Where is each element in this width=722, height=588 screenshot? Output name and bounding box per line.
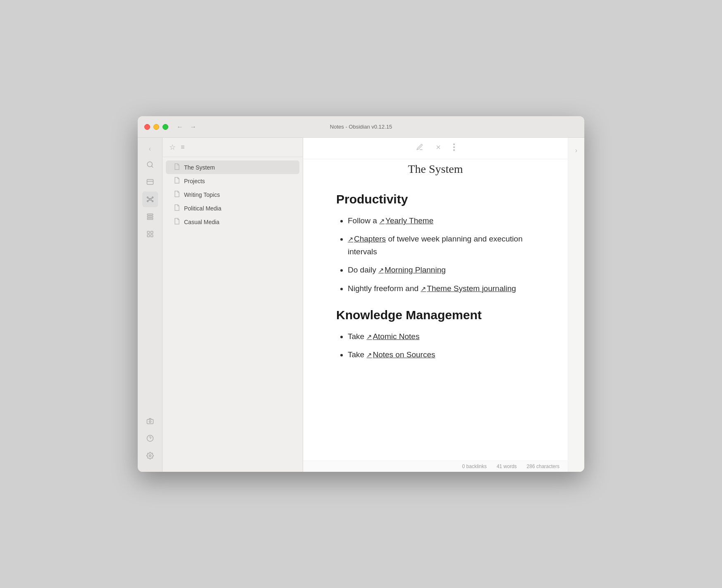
item-prefix: Nightly freeform and bbox=[348, 284, 421, 293]
editor-area: The System Productivity Follow a Yearly … bbox=[303, 138, 568, 472]
file-icon bbox=[174, 163, 180, 171]
svg-line-10 bbox=[151, 198, 152, 199]
file-name-the-system: The System bbox=[184, 164, 215, 171]
svg-point-21 bbox=[149, 421, 151, 423]
file-icon bbox=[174, 191, 180, 198]
file-icon bbox=[174, 218, 180, 226]
atomic-notes-link[interactable]: Atomic Notes bbox=[366, 332, 419, 341]
file-name-writing-topics: Writing Topics bbox=[184, 191, 220, 198]
sidebar-icon-graph[interactable] bbox=[142, 191, 158, 207]
svg-rect-14 bbox=[147, 216, 153, 218]
nav-buttons: ← → bbox=[175, 122, 198, 131]
list-item: Chapters of twelve week planning and exe… bbox=[348, 233, 535, 258]
notes-on-sources-link[interactable]: Notes on Sources bbox=[366, 350, 435, 359]
svg-point-24 bbox=[149, 455, 151, 457]
editor-toolbar bbox=[303, 138, 568, 159]
word-count: 41 words bbox=[497, 464, 517, 469]
maximize-button[interactable] bbox=[163, 124, 168, 130]
file-panel: ☆ ≡ The System bbox=[163, 138, 303, 472]
svg-line-9 bbox=[148, 198, 149, 199]
svg-rect-13 bbox=[147, 214, 153, 215]
svg-point-28 bbox=[453, 146, 455, 148]
yearly-theme-link[interactable]: Yearly Theme bbox=[379, 216, 433, 225]
file-item-writing-topics[interactable]: Writing Topics bbox=[166, 188, 299, 201]
svg-rect-17 bbox=[151, 231, 153, 233]
sidebar-icon-camera[interactable] bbox=[142, 413, 158, 429]
svg-rect-18 bbox=[147, 235, 149, 237]
svg-line-1 bbox=[151, 166, 153, 167]
main-content: ‹ bbox=[138, 138, 584, 472]
list-item: Do daily Morning Planning bbox=[348, 264, 535, 276]
backlinks-count: 0 backlinks bbox=[462, 464, 487, 469]
close-doc-button[interactable] bbox=[433, 142, 444, 154]
svg-point-5 bbox=[147, 197, 148, 198]
star-icon[interactable]: ☆ bbox=[169, 143, 176, 152]
document-title: The System bbox=[336, 159, 535, 176]
productivity-list: Follow a Yearly Theme Chapters of twelve… bbox=[336, 215, 535, 295]
section-heading-productivity: Productivity bbox=[336, 192, 535, 206]
svg-point-8 bbox=[152, 201, 153, 202]
svg-point-7 bbox=[147, 201, 148, 202]
list-item: Follow a Yearly Theme bbox=[348, 215, 535, 227]
app-window: ← → Notes - Obsidian v0.12.15 ‹ bbox=[138, 116, 584, 472]
file-item-the-system[interactable]: The System bbox=[166, 160, 299, 174]
sidebar-icon-search[interactable] bbox=[142, 157, 158, 172]
item-prefix: Do daily bbox=[348, 265, 378, 274]
item-prefix: Follow a bbox=[348, 216, 379, 225]
file-name-projects: Projects bbox=[184, 178, 205, 184]
file-icon bbox=[174, 177, 180, 185]
sidebar-icon-settings[interactable] bbox=[142, 448, 158, 464]
close-button[interactable] bbox=[144, 124, 150, 130]
icon-sidebar-top: ‹ bbox=[142, 143, 158, 413]
file-item-casual-media[interactable]: Casual Media bbox=[166, 215, 299, 229]
sidebar-icon-grid[interactable] bbox=[142, 226, 158, 242]
item-prefix: Take bbox=[348, 332, 366, 341]
editor-statusbar: 0 backlinks 41 words 286 characters bbox=[303, 461, 568, 472]
svg-point-6 bbox=[152, 197, 153, 198]
svg-rect-2 bbox=[147, 179, 153, 184]
svg-rect-15 bbox=[147, 218, 153, 220]
svg-point-29 bbox=[453, 149, 455, 151]
file-panel-header: ☆ ≡ bbox=[163, 138, 303, 157]
file-icon bbox=[174, 204, 180, 212]
left-nav-arrow[interactable]: ‹ bbox=[146, 143, 153, 155]
icon-sidebar-bottom bbox=[142, 413, 158, 464]
forward-button[interactable]: → bbox=[188, 122, 198, 131]
back-button[interactable]: ← bbox=[175, 122, 185, 131]
file-name-political-media: Political Media bbox=[184, 205, 221, 212]
sort-icon[interactable]: ≡ bbox=[181, 143, 184, 151]
traffic-lights bbox=[144, 124, 168, 130]
knowledge-list: Take Atomic Notes Take Notes on Sources bbox=[336, 330, 535, 361]
char-count: 286 characters bbox=[527, 464, 559, 469]
theme-system-journaling-link[interactable]: Theme System journaling bbox=[421, 284, 516, 293]
svg-rect-19 bbox=[151, 235, 153, 237]
list-item: Nightly freeform and Theme System journa… bbox=[348, 282, 535, 295]
morning-planning-link[interactable]: Morning Planning bbox=[378, 265, 446, 274]
svg-line-12 bbox=[151, 200, 152, 201]
item-prefix: Take bbox=[348, 350, 366, 359]
file-item-projects[interactable]: Projects bbox=[166, 174, 299, 188]
more-options-button[interactable] bbox=[451, 142, 457, 155]
sidebar-icon-stack[interactable] bbox=[142, 209, 158, 225]
right-nav: › bbox=[568, 138, 584, 472]
file-name-casual-media: Casual Media bbox=[184, 219, 220, 225]
svg-line-11 bbox=[148, 200, 149, 201]
sidebar-icon-help[interactable] bbox=[142, 430, 158, 446]
section-heading-knowledge: Knowledge Management bbox=[336, 308, 535, 322]
svg-rect-16 bbox=[147, 231, 149, 233]
svg-rect-20 bbox=[147, 419, 153, 424]
window-title: Notes - Obsidian v0.12.15 bbox=[330, 124, 392, 130]
sidebar-icon-flashcard[interactable] bbox=[142, 174, 158, 190]
edit-button[interactable] bbox=[414, 142, 426, 155]
list-item: Take Atomic Notes bbox=[348, 330, 535, 343]
file-list: The System Projects bbox=[163, 157, 303, 472]
titlebar: ← → Notes - Obsidian v0.12.15 bbox=[138, 116, 584, 138]
list-item: Take Notes on Sources bbox=[348, 349, 535, 361]
icon-sidebar: ‹ bbox=[138, 138, 163, 472]
file-item-political-media[interactable]: Political Media bbox=[166, 201, 299, 215]
file-panel-icons: ☆ ≡ bbox=[169, 143, 184, 152]
editor-content[interactable]: The System Productivity Follow a Yearly … bbox=[303, 159, 568, 461]
chapters-link[interactable]: Chapters bbox=[348, 234, 386, 243]
right-nav-arrow[interactable]: › bbox=[573, 144, 580, 157]
minimize-button[interactable] bbox=[153, 124, 159, 130]
